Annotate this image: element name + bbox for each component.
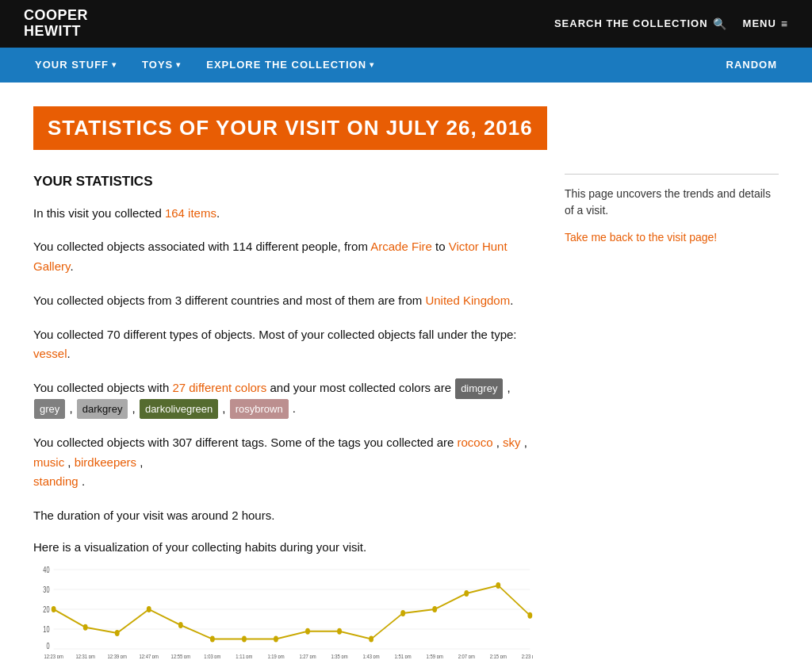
stat-countries: You collected objects from 3 different c… xyxy=(33,291,533,311)
svg-text:12:23 pm: 12:23 pm xyxy=(44,653,63,658)
arcade-fire-link[interactable]: Arcade Fire xyxy=(370,240,432,253)
stat-duration: The duration of your visit was around 2 … xyxy=(33,506,533,526)
site-logo[interactable]: COOPER HEWITT xyxy=(24,8,88,40)
left-column: YOUR STATISTICS In this visit you collec… xyxy=(33,174,533,658)
svg-text:2:07 pm: 2:07 pm xyxy=(458,653,475,658)
chart-section: Here is a visualization of your collecti… xyxy=(33,540,533,658)
search-icon: 🔍 xyxy=(713,17,727,30)
nav-explore[interactable]: EXPLORE THE COLLECTION ▾ xyxy=(195,49,385,80)
svg-point-25 xyxy=(527,612,532,619)
svg-text:1:59 pm: 1:59 pm xyxy=(427,653,443,658)
color-badge-darkolivegreen[interactable]: darkolivegreen xyxy=(140,399,218,419)
stat-types: You collected 70 different types of obje… xyxy=(33,325,533,365)
svg-point-19 xyxy=(337,628,342,635)
svg-point-11 xyxy=(83,624,88,631)
chevron-down-icon: ▾ xyxy=(176,60,181,69)
hamburger-icon: ≡ xyxy=(781,17,788,30)
svg-text:12:31 pm: 12:31 pm xyxy=(75,653,95,658)
svg-point-23 xyxy=(464,590,469,597)
svg-point-21 xyxy=(400,610,405,616)
visit-chart: 40 30 20 10 0 xyxy=(33,563,533,658)
search-collection-button[interactable]: SEARCH THE COLLECTION 🔍 xyxy=(554,17,727,30)
svg-text:1:19 pm: 1:19 pm xyxy=(267,653,284,658)
svg-text:12:39 pm: 12:39 pm xyxy=(108,653,128,658)
main-navbar: YOUR STUFF ▾ TOYS ▾ EXPLORE THE COLLECTI… xyxy=(0,48,812,83)
svg-text:1:51 pm: 1:51 pm xyxy=(395,653,412,658)
svg-point-16 xyxy=(242,635,247,642)
stat-items: In this visit you collected 164 items. xyxy=(33,204,533,224)
color-badge-grey[interactable]: grey xyxy=(34,399,65,419)
svg-text:30: 30 xyxy=(43,585,49,594)
svg-point-18 xyxy=(305,628,310,635)
color-badge-darkgrey[interactable]: darkgrey xyxy=(77,399,128,419)
svg-point-20 xyxy=(369,635,373,642)
svg-text:0: 0 xyxy=(46,642,49,651)
stat-colors: You collected objects with 27 different … xyxy=(33,378,533,419)
svg-text:12:47 pm: 12:47 pm xyxy=(140,653,159,658)
tag-standing[interactable]: standing xyxy=(33,474,79,488)
tag-music[interactable]: music xyxy=(33,455,64,469)
tag-birdkeepers[interactable]: birdkeepers xyxy=(75,455,136,469)
svg-point-15 xyxy=(210,635,215,642)
page-title: STATISTICS OF YOUR VISIT ON JULY 26, 201… xyxy=(48,116,533,140)
stat-tags: You collected objects with 307 different… xyxy=(33,433,533,492)
sidebar-description: This page uncovers the trends and detail… xyxy=(565,186,779,219)
vessel-link[interactable]: vessel xyxy=(33,347,67,360)
svg-text:2:15 pm: 2:15 pm xyxy=(490,653,507,658)
divider xyxy=(565,174,779,175)
menu-button[interactable]: MENU ≡ xyxy=(743,17,788,30)
nav-random[interactable]: RANDOM xyxy=(715,49,789,80)
chevron-down-icon: ▾ xyxy=(370,60,374,69)
color-badge-dimgrey[interactable]: dimgrey xyxy=(455,378,503,398)
site-header: COOPER HEWITT SEARCH THE COLLECTION 🔍 ME… xyxy=(0,0,812,48)
nav-toys[interactable]: TOYS ▾ xyxy=(131,49,192,80)
nav-your-stuff[interactable]: YOUR STUFF ▾ xyxy=(24,49,128,80)
tag-sky[interactable]: sky xyxy=(503,436,521,449)
chart-description: Here is a visualization of your collecti… xyxy=(33,540,533,554)
content-area: YOUR STATISTICS In this visit you collec… xyxy=(33,174,779,658)
svg-point-10 xyxy=(52,606,56,612)
stat-people: You collected objects associated with 11… xyxy=(33,237,533,277)
chevron-down-icon: ▾ xyxy=(112,60,117,69)
svg-point-17 xyxy=(274,635,278,642)
svg-point-13 xyxy=(147,606,151,612)
svg-text:12:55 pm: 12:55 pm xyxy=(171,653,191,658)
svg-text:1:03 pm: 1:03 pm xyxy=(204,653,220,658)
page-title-box: STATISTICS OF YOUR VISIT ON JULY 26, 201… xyxy=(33,106,547,150)
items-count[interactable]: 164 items xyxy=(165,206,216,220)
right-column: This page uncovers the trends and detail… xyxy=(565,174,779,658)
svg-text:1:35 pm: 1:35 pm xyxy=(331,653,347,658)
chart-container: 40 30 20 10 0 xyxy=(33,563,533,658)
main-content: STATISTICS OF YOUR VISIT ON JULY 26, 201… xyxy=(10,83,802,664)
svg-point-12 xyxy=(115,630,120,636)
svg-text:1:11 pm: 1:11 pm xyxy=(236,653,252,658)
uk-link[interactable]: United Kingdom xyxy=(425,294,510,307)
nav-left: YOUR STUFF ▾ TOYS ▾ EXPLORE THE COLLECTI… xyxy=(24,49,385,80)
header-right: SEARCH THE COLLECTION 🔍 MENU ≡ xyxy=(554,17,788,30)
svg-text:40: 40 xyxy=(43,566,49,574)
svg-point-22 xyxy=(432,606,437,612)
svg-text:2:23 pm: 2:23 pm xyxy=(522,653,533,658)
svg-text:1:27 pm: 1:27 pm xyxy=(299,653,316,658)
svg-text:1:43 pm: 1:43 pm xyxy=(363,653,380,658)
svg-text:20: 20 xyxy=(43,605,49,614)
svg-point-14 xyxy=(178,622,183,628)
back-to-visit-link[interactable]: Take me back to the visit page! xyxy=(565,231,717,244)
svg-point-24 xyxy=(496,582,500,589)
your-statistics-heading: YOUR STATISTICS xyxy=(33,174,533,190)
colors-count[interactable]: 27 different colors xyxy=(172,381,266,394)
svg-text:10: 10 xyxy=(43,625,49,634)
tag-rococo[interactable]: rococo xyxy=(458,436,493,449)
color-badge-rosybrown[interactable]: rosybrown xyxy=(230,399,289,419)
